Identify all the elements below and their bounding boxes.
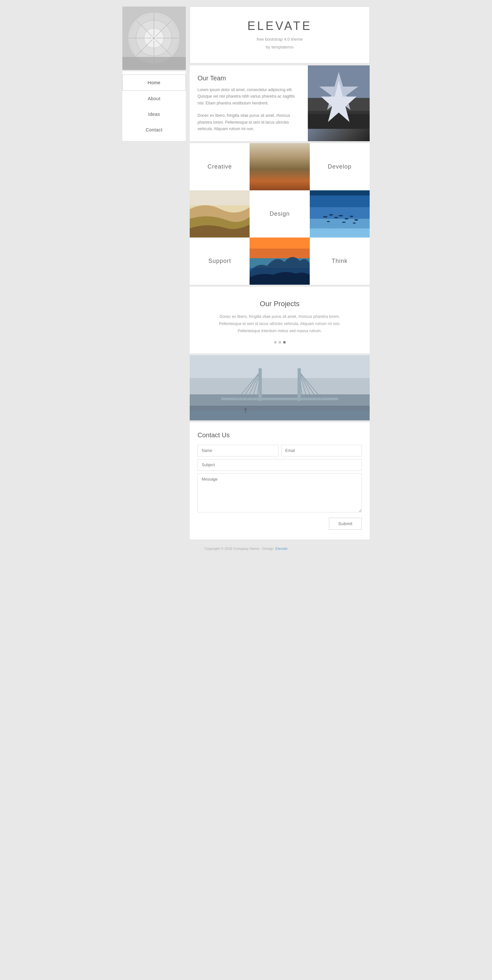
svg-rect-31: [280, 150, 285, 181]
nav-contact[interactable]: Contact: [123, 122, 186, 138]
team-building-icon: [308, 65, 369, 129]
svg-point-49: [350, 216, 353, 217]
email-input[interactable]: [281, 445, 362, 457]
svg-rect-78: [298, 368, 301, 401]
svg-rect-23: [250, 143, 309, 190]
footer-text: Copyright © 2016 Company Name - Design:: [204, 547, 274, 550]
svg-point-50: [354, 219, 358, 221]
svg-point-45: [329, 214, 333, 216]
site-subtitle: free bootstrap 4.0 theme by templatemo: [247, 35, 312, 51]
projects-card: Our Projects Donec ex libero, fringilla …: [190, 286, 369, 353]
svg-point-47: [338, 215, 343, 217]
svg-rect-81: [190, 410, 369, 420]
svg-rect-27: [250, 150, 255, 181]
grid-cell-sand-img: [190, 190, 250, 237]
name-input[interactable]: [197, 445, 279, 457]
message-textarea[interactable]: [197, 473, 362, 512]
grid-cell-forest-img: [250, 143, 309, 190]
svg-rect-17: [123, 57, 186, 70]
svg-point-46: [334, 217, 338, 219]
hero-card: ELEVATE free bootstrap 4.0 theme by temp…: [190, 6, 369, 64]
grid-3x3: Creative: [190, 143, 369, 285]
submit-button[interactable]: Submit: [329, 518, 362, 530]
team-paragraph1: Lorem ipsum dolor sit amet, consectetur …: [197, 86, 300, 107]
team-image: [308, 65, 369, 141]
carousel-dots: [199, 341, 360, 344]
team-text-section: Our Team Lorem ipsum dolor sit amet, con…: [190, 65, 308, 141]
svg-rect-32: [288, 146, 294, 181]
grid-cell-develop: Develop: [310, 143, 369, 190]
svg-rect-22: [308, 114, 369, 129]
grid-cell-creative: Creative: [190, 143, 250, 190]
svg-point-51: [327, 221, 330, 222]
grid-card: Creative: [190, 143, 369, 285]
bridge-card: [190, 355, 369, 420]
svg-rect-72: [259, 368, 262, 401]
svg-rect-26: [250, 174, 309, 191]
svg-point-48: [345, 218, 349, 220]
sky-image: [310, 190, 369, 237]
svg-rect-65: [190, 355, 369, 395]
hero-text: ELEVATE free bootstrap 4.0 theme by temp…: [247, 19, 312, 51]
contact-card: Contact Us Submit: [190, 422, 369, 539]
sidebar-nav: Home About Ideas Contact: [123, 71, 186, 141]
site-title: ELEVATE: [247, 19, 312, 33]
team-img-visual: [308, 65, 369, 141]
svg-rect-43: [310, 228, 369, 237]
rotunda-icon: [123, 6, 186, 70]
svg-rect-30: [273, 148, 278, 181]
sidebar: Home About Ideas Contact: [123, 6, 186, 141]
sidebar-logo: [123, 6, 186, 70]
grid-cell-support: Support: [190, 237, 250, 285]
projects-body: Donec ex libero, fringilla vitae purus s…: [218, 313, 342, 334]
svg-rect-33: [300, 152, 304, 181]
grid-cell-think: Think: [310, 237, 369, 285]
grid-cell-sky-img: [310, 190, 369, 237]
svg-rect-29: [265, 152, 269, 181]
team-card: Our Team Lorem ipsum dolor sit amet, con…: [190, 65, 369, 141]
svg-rect-25: [250, 158, 309, 177]
nav-about[interactable]: About: [123, 91, 186, 107]
contact-title: Contact Us: [197, 431, 362, 439]
svg-rect-36: [190, 190, 250, 205]
svg-rect-28: [257, 146, 262, 181]
svg-point-44: [323, 216, 327, 218]
bridge-image: [190, 355, 369, 420]
logo-image: [123, 6, 186, 70]
main-content: ELEVATE free bootstrap 4.0 theme by temp…: [188, 6, 369, 539]
dot-2[interactable]: [279, 341, 281, 344]
svg-point-34: [272, 151, 287, 182]
forest-image: [250, 143, 309, 190]
dot-3[interactable]: [283, 341, 286, 344]
submit-row: Submit: [197, 518, 362, 530]
svg-rect-24: [250, 143, 309, 162]
dot-1[interactable]: [274, 341, 277, 344]
team-paragraph2: Donec ex libero, fringilla vitae purus s…: [197, 112, 300, 132]
footer-link[interactable]: Elevate: [275, 547, 288, 550]
contact-name-email-row: [197, 445, 362, 457]
svg-point-53: [353, 223, 356, 224]
nav-ideas[interactable]: Ideas: [123, 107, 186, 122]
team-title: Our Team: [197, 75, 300, 82]
mountain-image: [250, 237, 309, 285]
svg-point-52: [342, 222, 346, 223]
grid-cell-mountain-img: [250, 237, 309, 285]
projects-title: Our Projects: [199, 300, 360, 308]
subject-input[interactable]: [197, 459, 362, 471]
nav-home[interactable]: Home: [123, 75, 186, 91]
footer: Copyright © 2016 Company Name - Design: …: [123, 541, 369, 556]
grid-cell-design: Design: [250, 190, 309, 237]
sand-image: [190, 190, 250, 237]
svg-point-79: [245, 408, 247, 410]
